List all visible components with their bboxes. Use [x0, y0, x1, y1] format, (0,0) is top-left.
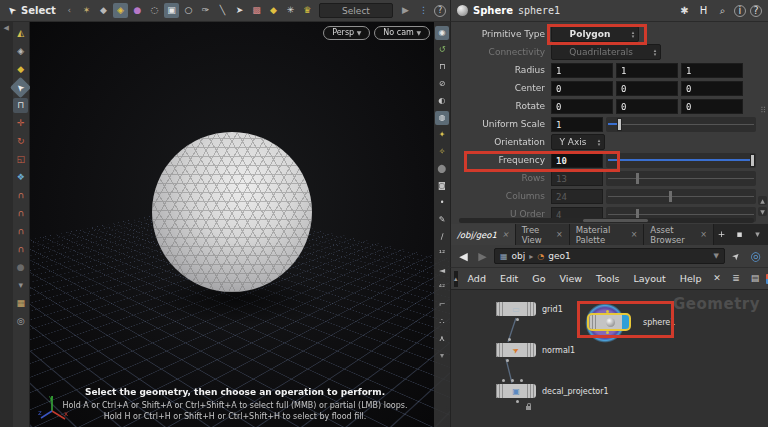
horizontal-scrollbar[interactable] — [459, 218, 754, 223]
input-connector[interactable] — [502, 379, 505, 382]
snap-grid-magnet-icon[interactable]: ∩ — [13, 188, 28, 203]
point-numbers-icon[interactable]: ¹² — [435, 247, 449, 261]
node-grid1[interactable]: ▭ — [496, 302, 536, 316]
scene-viewport[interactable]: Persp ▼ No cam ▼ Select the geometry, th… — [30, 22, 450, 427]
crown-tool-icon[interactable]: ♛ — [300, 3, 315, 18]
network-editor[interactable]: Geometry ▭grid1sphere1➤normal1▣decal_pro… — [450, 289, 768, 427]
param-value-field[interactable]: 10 — [551, 153, 603, 168]
group-markers-icon[interactable]: ∴ — [435, 315, 449, 329]
expand-arrow-icon[interactable]: ▶ — [398, 3, 413, 18]
tab-close-icon[interactable]: × — [556, 230, 563, 239]
history-collapse-icon[interactable]: ‹ — [62, 3, 77, 18]
primitive-mode-icon[interactable]: ▣ — [164, 3, 179, 18]
hq-lighting-icon[interactable]: ✦ — [435, 128, 449, 142]
param-value-field[interactable]: 0 — [616, 99, 678, 114]
menu-edit[interactable]: Edit — [493, 273, 525, 284]
gear-icon[interactable]: ✱ — [677, 3, 692, 18]
translate-handle-icon[interactable]: ✛ — [13, 116, 28, 131]
pane-menu-icon[interactable]: ▾ — [750, 227, 765, 242]
uv-island-select-icon[interactable]: ▩ — [249, 3, 264, 18]
radial-menu-icon[interactable]: ◎ — [748, 249, 763, 264]
param-value-field[interactable]: 1 — [551, 63, 613, 78]
maximize-pane-icon[interactable]: ▪ — [732, 227, 747, 242]
pose-handle-icon[interactable]: ❖ — [13, 170, 28, 185]
render-view-icon[interactable]: ◎ — [13, 314, 28, 329]
snap-point-magnet-icon[interactable]: ∩ — [13, 224, 28, 239]
slider-handle[interactable] — [750, 154, 755, 167]
param-dropdown[interactable]: Y Axis▴ ▾ — [551, 134, 605, 150]
brush-select-icon[interactable]: ✑ — [198, 3, 213, 18]
laser-select-icon[interactable]: ╲ — [215, 3, 230, 18]
persp-view-button[interactable]: Persp ▼ — [323, 26, 370, 40]
smart-cursor-icon[interactable]: ✳ — [283, 3, 298, 18]
hide-parms-button[interactable]: ▴ — [454, 271, 458, 287]
expand-more-icon[interactable]: ▾ — [13, 278, 28, 293]
param-value-field[interactable]: 0 — [551, 99, 613, 114]
points-mode-icon[interactable]: ◈ — [113, 3, 128, 18]
point-markers-icon[interactable]: ◄ — [435, 264, 449, 278]
param-slider[interactable] — [606, 117, 756, 132]
tab-close-icon[interactable]: × — [502, 230, 509, 239]
snapshot-camera-icon[interactable]: ◙ — [435, 179, 449, 193]
select-arrow-icon[interactable]: ➤ — [10, 77, 31, 98]
info-icon[interactable]: i — [734, 5, 746, 17]
scrollbar-thumb[interactable] — [583, 219, 648, 222]
breadcrumb-dropdown-icon[interactable]: ▼ — [714, 252, 719, 260]
param-value-field[interactable]: 0 — [681, 99, 743, 114]
selection-mode-dropdown[interactable]: Select — [319, 3, 393, 18]
houdini-help-icon[interactable]: H — [696, 3, 711, 18]
param-value-field[interactable]: 0 — [681, 81, 743, 96]
auto-refresh-icon[interactable]: ↺ — [435, 43, 449, 57]
param-value-field[interactable]: 1 — [616, 63, 678, 78]
pin-pane-icon[interactable]: ➤ — [726, 245, 747, 266]
brush-stroke-icon[interactable]: ✎ — [435, 213, 449, 227]
param-value-field[interactable]: 1 — [551, 117, 603, 132]
headlight-only-icon[interactable]: ◐ — [435, 94, 449, 108]
normal-lights-icon[interactable]: ◍ — [435, 111, 449, 125]
scale-handle-icon[interactable]: ◱ — [13, 152, 28, 167]
menu-view[interactable]: View — [553, 273, 590, 284]
lights-off-icon[interactable]: ⊘ — [435, 77, 449, 91]
node-name-field[interactable]: sphere1 — [518, 5, 560, 16]
displacement-sphere-icon[interactable]: ⬤ — [435, 162, 449, 176]
view-eye-icon[interactable]: ◉ — [435, 26, 449, 40]
spinner-icon[interactable]: ▴ ▾ — [594, 138, 604, 146]
vector-trails-icon[interactable]: ⋏ — [435, 332, 449, 346]
breadcrumb[interactable]: ▦obj▸◔geo1▼ — [494, 248, 725, 264]
spinner-icon[interactable]: ▴ ▾ — [628, 30, 638, 38]
menu-help[interactable]: Help — [673, 273, 709, 284]
tab-close-icon[interactable]: × — [700, 230, 707, 239]
lasso-select-icon[interactable]: ○ — [181, 3, 196, 18]
menu-layout[interactable]: Layout — [626, 273, 672, 284]
prim-diamond-icon[interactable]: ◆ — [266, 3, 281, 18]
node-decal_projector1[interactable]: ▣ — [496, 384, 536, 398]
menu-tools[interactable]: Tools — [589, 273, 626, 284]
scroll-up-icon[interactable]: ▲ — [758, 196, 767, 205]
snap-magnet-icon[interactable]: ∩ — [13, 242, 28, 257]
spinner-icon[interactable]: ▴ ▾ — [650, 48, 660, 56]
new-tab-icon[interactable]: + — [714, 227, 729, 242]
tools-wrench-icon[interactable]: ✕ — [709, 271, 724, 286]
slider-handle[interactable] — [617, 118, 622, 131]
param-value-field[interactable]: 0 — [616, 81, 678, 96]
select-cursor-icon[interactable]: ➤ — [1, 0, 22, 21]
edge-mode-icon[interactable]: ◌ — [147, 3, 162, 18]
output-connector[interactable] — [516, 318, 519, 321]
node-normal1[interactable]: ➤ — [496, 343, 536, 357]
tab-tree-view[interactable]: Tree View× — [516, 224, 570, 245]
visibility-sphere-icon[interactable]: ● — [13, 260, 28, 275]
secure-selection-lock-icon[interactable]: ⊓ — [13, 98, 28, 113]
snap-curve-magnet-icon[interactable]: ∩ — [13, 206, 28, 221]
pen-tool-icon[interactable]: ∕ — [435, 230, 449, 244]
breadcrumb-item[interactable]: geo1 — [548, 251, 570, 261]
node-sphere1[interactable] — [589, 315, 629, 329]
help-icon[interactable]: ? — [434, 5, 446, 17]
input-connector[interactable] — [606, 310, 609, 313]
vertex-mode-icon[interactable]: ● — [130, 3, 145, 18]
list-view-icon[interactable]: ▤ — [747, 271, 762, 286]
display-flag[interactable] — [622, 315, 629, 329]
input-connector[interactable] — [511, 379, 514, 382]
breadcrumb-item[interactable]: obj — [512, 251, 526, 261]
camera-lock-icon[interactable]: ⊓ — [435, 60, 449, 74]
tab-asset-browser[interactable]: Asset Browser× — [644, 224, 714, 245]
